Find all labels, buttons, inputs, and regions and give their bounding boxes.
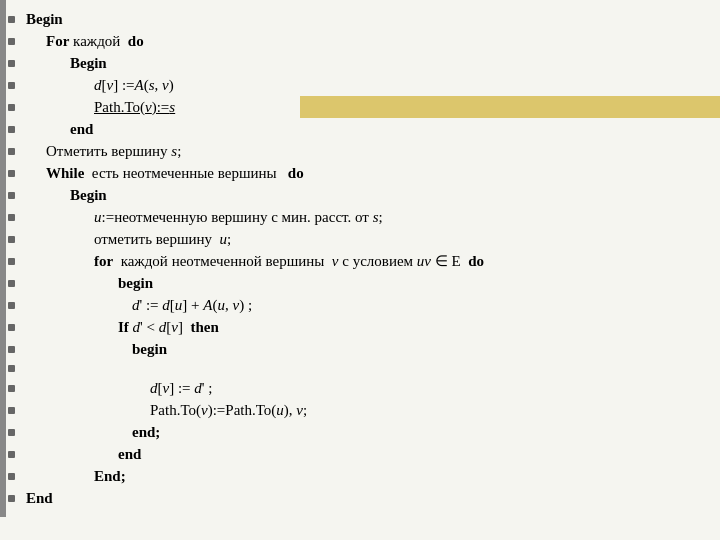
bullet xyxy=(0,385,22,392)
bullet xyxy=(0,473,22,480)
code-text: end xyxy=(22,446,141,463)
code-text: begin xyxy=(22,275,153,292)
code-text: End xyxy=(22,490,53,507)
code-text: отметить вершину u; xyxy=(22,231,231,248)
code-text: u:=неотмеченную вершину с мин. расст. от… xyxy=(22,209,383,226)
bullet xyxy=(0,38,22,45)
code-text xyxy=(22,360,30,377)
code-text: For каждой do xyxy=(22,33,144,50)
code-line: end xyxy=(0,443,720,465)
bullet xyxy=(0,170,22,177)
code-block: Begin For каждой do Begin d[v] :=A(s, v)… xyxy=(0,0,720,517)
code-line: End xyxy=(0,487,720,509)
code-line: d[v] := d' ; xyxy=(0,377,720,399)
bullet xyxy=(0,302,22,309)
bullet xyxy=(0,365,22,372)
code-line: begin xyxy=(0,338,720,360)
code-line-spacer xyxy=(0,360,720,377)
bullet xyxy=(0,16,22,23)
code-line: Begin xyxy=(0,184,720,206)
code-line: Отметить вершину s; xyxy=(0,140,720,162)
code-line: for каждой неотмеченной вершины v с усло… xyxy=(0,250,720,272)
code-text: for каждой неотмеченной вершины v с усло… xyxy=(22,252,484,270)
code-line-highlighted: Path.To(v):=s xyxy=(0,96,720,118)
bullet xyxy=(0,324,22,331)
bullet xyxy=(0,258,22,265)
bullet xyxy=(0,407,22,414)
code-text: Path.To(v):=s xyxy=(22,99,175,116)
code-text: If d' < d[v] then xyxy=(22,319,219,336)
bullet xyxy=(0,60,22,67)
bullet xyxy=(0,148,22,155)
code-line: Begin xyxy=(0,8,720,30)
code-line: If d' < d[v] then xyxy=(0,316,720,338)
bullet xyxy=(0,192,22,199)
bullet xyxy=(0,214,22,221)
code-line: u:=неотмеченную вершину с мин. расст. от… xyxy=(0,206,720,228)
code-text: End; xyxy=(22,468,126,485)
code-text: Begin xyxy=(22,11,63,28)
bullet xyxy=(0,82,22,89)
bullet xyxy=(0,104,22,111)
bullet xyxy=(0,236,22,243)
code-line: отметить вершину u; xyxy=(0,228,720,250)
code-line: Path.To(v):=Path.To(u), v; xyxy=(0,399,720,421)
code-text: Begin xyxy=(22,187,107,204)
code-line: While есть неотмеченные вершины do xyxy=(0,162,720,184)
code-line: end xyxy=(0,118,720,140)
code-text: end; xyxy=(22,424,160,441)
code-text: Path.To(v):=Path.To(u), v; xyxy=(22,402,307,419)
code-line: Begin xyxy=(0,52,720,74)
code-text: begin xyxy=(22,341,167,358)
code-line: end; xyxy=(0,421,720,443)
bullet xyxy=(0,495,22,502)
code-line: d' := d[u] + A(u, v) ; xyxy=(0,294,720,316)
code-text: While есть неотмеченные вершины do xyxy=(22,165,304,182)
bullet xyxy=(0,429,22,436)
code-text: Begin xyxy=(22,55,107,72)
highlight-bar xyxy=(300,96,720,118)
code-text: d[v] :=A(s, v) xyxy=(22,77,174,94)
code-text: end xyxy=(22,121,93,138)
code-text: d[v] := d' ; xyxy=(22,380,212,397)
code-line: begin xyxy=(0,272,720,294)
bullet xyxy=(0,126,22,133)
code-line: For каждой do xyxy=(0,30,720,52)
code-line: d[v] :=A(s, v) xyxy=(0,74,720,96)
bullet xyxy=(0,451,22,458)
code-text: d' := d[u] + A(u, v) ; xyxy=(22,297,252,314)
bullet xyxy=(0,280,22,287)
code-line: End; xyxy=(0,465,720,487)
code-text: Отметить вершину s; xyxy=(22,143,181,160)
bullet xyxy=(0,346,22,353)
